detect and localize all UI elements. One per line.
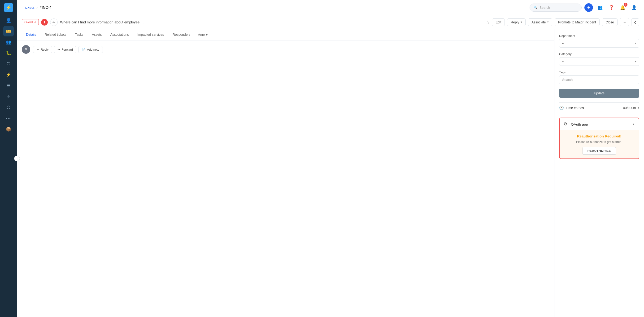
sidebar-row-contacts: 👥 ⋮ [0,37,17,47]
tab-assets[interactable]: Assets [88,29,106,40]
sidebar-item-alert[interactable]: ⚠ [3,91,14,102]
content-area: Details Related tickets Tasks Assets Ass… [17,29,644,317]
tags-search-input[interactable] [559,76,639,84]
collapse-button[interactable]: ❮ [631,19,639,26]
associate-button[interactable]: Associate ▾ [528,19,552,26]
add-button[interactable]: + [584,3,593,12]
forward-action-button[interactable]: ↪ Forward [54,46,76,53]
category-select-wrapper: -- ▾ [559,57,639,66]
sidebar-item-tickets[interactable]: 🎫 [3,26,14,37]
edit-icon-button[interactable]: ✏ [50,19,58,26]
agents-icon: 👥 [598,5,603,10]
tab-impacted-services[interactable]: Impacted services [133,29,168,40]
time-clock-icon: 🕐 [559,106,564,110]
oauth-reauth-title: Reauthorization Required! [564,134,635,138]
left-panel: Details Related tickets Tasks Assets Ass… [17,29,554,317]
tab-tasks[interactable]: Tasks [71,29,88,40]
tab-associations[interactable]: Associations [106,29,133,40]
close-label: Close [606,20,614,24]
promote-label: Promote to Major Incident [558,20,596,24]
avatar: M [22,45,30,54]
star-icon: ☆ [486,20,490,25]
tab-more[interactable]: More ▾ [194,30,210,40]
agents-button[interactable]: 👥 [596,3,604,12]
topbar-search[interactable]: 🔍 Search [530,4,582,12]
avatar-button[interactable]: 👤 [630,3,638,12]
oauth-section: ⚙ OAuth app ▲ Reauthorization Required! … [559,118,639,159]
breadcrumb-tickets[interactable]: Tickets [23,6,34,10]
tab-related-tickets[interactable]: Related tickets [40,29,71,40]
sidebar-item-shield[interactable]: 🛡 [3,59,14,69]
right-panel: Department -- ▾ Category -- ▾ [554,29,644,317]
promote-button[interactable]: Promote to Major Incident [555,19,600,26]
oauth-title: OAuth app [571,122,630,126]
tags-group: Tags [559,71,639,84]
search-icon: 🔍 [534,6,538,10]
sidebar-item-cube[interactable]: 📦 [3,124,14,134]
forward-icon: ↪ [58,48,60,51]
oauth-collapse-icon: ▲ [632,123,635,126]
associate-label: Associate [532,20,546,24]
more-button[interactable]: ⋯ [620,18,629,26]
oauth-body: Reauthorization Required! Please re-auth… [560,130,639,159]
department-select-wrapper: -- ▾ [559,39,639,48]
sidebar-row-bottom-dots: ⋯ [0,135,17,145]
sidebar-item-user[interactable]: 👤 [3,15,14,26]
time-entries-row[interactable]: 🕐 Time entries 00h 00m ▾ [559,102,639,113]
tab-details[interactable]: Details [22,29,40,40]
notifications-button[interactable]: 🔔 1 [618,3,627,12]
add-note-button[interactable]: 📄 Add note [78,46,103,53]
message-actions: ↩ Reply ↪ Forward 📄 Add note [33,46,103,53]
ticket-title: Where can I find more information about … [60,20,484,24]
star-button[interactable]: ☆ [486,20,490,25]
sidebar-row-bug: 🐛 [0,48,17,58]
update-button[interactable]: Update [559,89,639,98]
close-button[interactable]: Close [602,19,618,26]
reply-action-button[interactable]: ↩ Reply [33,46,52,53]
sidebar-row-lightning: ⚡ [0,70,17,80]
sidebar-row-more: ••• [0,113,17,124]
department-label: Department [559,34,639,38]
sidebar-row-user: 👤 [0,15,17,26]
pencil-icon: ✏ [52,20,55,24]
main-area: Tickets › #INC-4 🔍 Search + 👥 ❓ 🔔 1 👤 Ov… [17,0,644,317]
breadcrumb-separator: › [36,6,38,10]
oauth-header[interactable]: ⚙ OAuth app ▲ [560,118,639,130]
tab-more-arrow: ▾ [206,33,208,37]
overdue-badge: Overdue [22,19,39,25]
ticket-toolbar: Overdue 1 ✏ Where can I find more inform… [17,15,644,29]
department-select[interactable]: -- [559,39,639,48]
category-select[interactable]: -- [559,57,639,66]
help-button[interactable]: ❓ [607,3,616,12]
sidebar-item-bug[interactable]: 🐛 [3,48,14,58]
tags-label: Tags [559,71,639,74]
sidebar-item-more[interactable]: ••• [3,113,14,124]
thread-area: M ↩ Reply ↪ Forward [17,41,554,317]
sidebar: ⚡ 👤 🎫 ⋮ 👥 ⋮ 🐛 🛡 ⚡ ☰ ⚠ ⋮ ⬡ [0,0,17,317]
sidebar-item-list[interactable]: ☰ [3,80,14,91]
edit-button[interactable]: Edit [492,19,505,26]
more-icon: ⋯ [622,20,626,24]
avatar-icon: 👤 [632,5,637,10]
breadcrumb: Tickets › #INC-4 [23,6,52,10]
sidebar-item-lightning[interactable]: ⚡ [3,70,14,80]
collapse-icon: ❮ [634,20,637,24]
time-entries-label: Time entries [566,106,621,110]
notification-badge: 1 [624,3,628,7]
sidebar-item-layers[interactable]: ⬡ [3,102,14,113]
thread-message: M ↩ Reply ↪ Forward [22,45,549,54]
sidebar-row-tickets: 🎫 ⋮ [0,26,17,37]
sidebar-collapse-arrow[interactable]: › [14,156,20,161]
tab-responders[interactable]: Responders [168,29,195,40]
reauthorize-button[interactable]: REAUTHORIZE [582,147,616,155]
add-note-icon: 📄 [82,48,86,51]
topbar: Tickets › #INC-4 🔍 Search + 👥 ❓ 🔔 1 👤 [17,0,644,15]
sidebar-item-bottom-dots[interactable]: ⋯ [3,135,14,145]
category-group: Category -- ▾ [559,52,639,66]
tabs-bar: Details Related tickets Tasks Assets Ass… [17,29,554,41]
breadcrumb-current: #INC-4 [40,6,52,10]
sidebar-item-contacts[interactable]: 👥 [3,37,14,47]
reply-icon: ↩ [37,48,39,51]
app-logo[interactable]: ⚡ [4,3,13,12]
reply-button[interactable]: Reply ▾ [507,19,526,26]
